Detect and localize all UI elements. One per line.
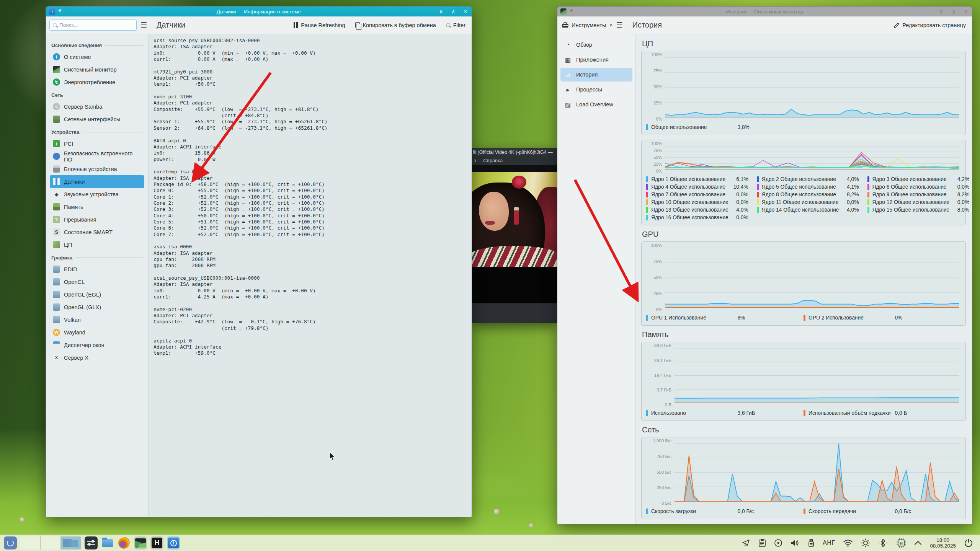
search-input[interactable] — [59, 22, 133, 28]
launcher-icon — [7, 540, 14, 546]
copy-to-clipboard-button[interactable]: Копировать в буфер обмена — [355, 22, 436, 28]
sidebar-item-audio-devices[interactable]: ◆Звуковые устройства — [50, 188, 144, 201]
menu-hamburger-icon[interactable]: ☰ — [612, 21, 626, 29]
menu-hamburger-icon[interactable]: ☰ — [137, 21, 151, 29]
sidebar-item-firmware-security[interactable]: Безопасность встроенного ПО — [50, 150, 144, 163]
virtual-desktop-pager[interactable] — [20, 536, 81, 549]
close-button[interactable]: × — [462, 9, 469, 14]
sysmon-sidebar-item-applications[interactable]: ▦Приложения — [560, 53, 632, 67]
sysmon-sidebar-item-processes[interactable]: ▸Процессы — [560, 83, 632, 96]
wallpaper-flower — [494, 509, 499, 514]
sidebar-item-block-devices[interactable]: Блочные устройства — [50, 163, 144, 175]
brightness-tray-icon[interactable] — [861, 538, 870, 548]
pager-desktop-2[interactable] — [41, 536, 61, 549]
system-settings-task[interactable] — [85, 536, 98, 549]
system-monitor-task[interactable] — [134, 536, 147, 549]
sysmon-sidebar-item-overview[interactable]: ◔Обзор — [560, 38, 632, 52]
sidebar-item-x-server[interactable]: XСервер X — [50, 351, 144, 364]
pin-icon[interactable] — [57, 9, 62, 14]
opengl-egl-icon — [53, 291, 60, 298]
edit-page-button[interactable]: Редактировать страницу — [894, 22, 972, 28]
system-monitor-window[interactable]: История — Системный монитор ∨ ∧ × Инстру… — [557, 6, 972, 524]
messenger-tray-icon[interactable] — [742, 539, 750, 547]
application-launcher-button[interactable] — [4, 536, 17, 549]
sidebar-item-label: Сервер X — [64, 355, 88, 361]
removable-device-tray-icon[interactable] — [808, 539, 815, 547]
sidebar-item-sensors[interactable]: Датчики — [50, 175, 144, 188]
sensors-text: ucsi_source_psy_USBC000:002-isa-0000 Ada… — [154, 37, 472, 357]
video-menu-help[interactable]: Справка — [483, 158, 503, 163]
sidebar-item-cpu[interactable]: ЦП — [50, 238, 144, 251]
pause-refreshing-button[interactable]: Pause Refreshing — [294, 22, 345, 28]
sidebar-item-memory[interactable]: Память — [50, 201, 144, 213]
legend-color-chip — [646, 410, 648, 416]
sidebar-item-interrupts[interactable]: ?Прерывания — [50, 213, 144, 226]
sidebar-item-about-system[interactable]: iО системе — [50, 51, 144, 63]
pin-icon[interactable] — [569, 9, 573, 14]
video-window-titlebar[interactable]: fil (Official Video 4K )-p8hK6jhJtG4 — — [472, 148, 557, 156]
keyboard-layout-indicator[interactable]: АНГ — [823, 540, 835, 546]
maximize-button[interactable]: ∧ — [450, 9, 456, 14]
sidebar-item-vulkan[interactable]: Vulkan — [50, 313, 144, 326]
sidebar-item-wayland[interactable]: WWayland — [50, 326, 144, 339]
legend-color-chip — [804, 509, 805, 514]
sidebar-item-opengl-egl[interactable]: OpenGL (EGL) — [50, 288, 144, 301]
sidebar-item-label: Энергопотребление — [64, 79, 115, 85]
video-player-window[interactable]: fil (Official Video 4K )-p8hK6jhJtG4 — а… — [472, 148, 557, 323]
legend-value: 6,1% — [728, 176, 751, 182]
video-frame-rose — [512, 176, 526, 189]
info-center-window[interactable]: i Датчики — Информация о системе ∨ ∧ × ☰… — [46, 6, 472, 517]
legend-entry: Ядро 11 Общее использование0,0% — [757, 198, 862, 206]
system-monitor-app-icon — [560, 8, 567, 15]
pager-desktop-3[interactable] — [61, 536, 81, 549]
info-center-titlebar[interactable]: i Датчики — Информация о системе ∨ ∧ × — [46, 7, 472, 16]
section-title-memory: Память — [642, 330, 966, 339]
legend-value: 10,4% — [728, 184, 751, 190]
system-monitor-titlebar[interactable]: История — Системный монитор ∨ ∧ × — [557, 7, 972, 16]
media-player-tray-icon[interactable] — [774, 539, 782, 547]
pager-desktop-1[interactable] — [20, 536, 41, 549]
sidebar-item-opencl[interactable]: OpenCL — [50, 276, 144, 288]
tray-expander-chevron-up-icon[interactable] — [914, 540, 922, 546]
video-controls-bar[interactable] — [472, 303, 557, 323]
minimize-button[interactable]: ∨ — [438, 9, 444, 14]
sidebar-item-window-manager[interactable]: Диспетчер окон — [50, 339, 144, 351]
firefox-task[interactable] — [118, 536, 131, 549]
cpu-chip-tray-icon[interactable]: H — [896, 538, 906, 548]
media-player-task[interactable]: H — [150, 536, 163, 549]
sidebar-item-samba[interactable]: <Сервер Samba — [50, 100, 144, 113]
minimize-button[interactable]: ∨ — [938, 9, 944, 14]
sidebar-item-pci[interactable]: iPCI — [50, 137, 144, 150]
video-frame[interactable] — [472, 172, 557, 267]
filter-button[interactable]: Filter — [446, 22, 466, 28]
clipboard-tray-icon[interactable] — [758, 539, 766, 547]
legend-color-chip — [804, 315, 805, 321]
sysmon-sidebar-item-load-overview[interactable]: ▨Load Overview — [560, 98, 632, 111]
volume-tray-icon[interactable] — [791, 539, 800, 547]
bluetooth-tray-icon[interactable] — [878, 539, 888, 547]
close-button[interactable]: × — [963, 9, 969, 14]
sidebar-item-smart-status[interactable]: SСостояние SMART — [50, 226, 144, 238]
sidebar-item-energy[interactable]: ↯Энергопотребление — [50, 76, 144, 88]
wifi-tray-icon[interactable] — [843, 539, 853, 547]
legend-color-chip — [646, 207, 648, 213]
sysmon-sidebar-item-history[interactable]: ⊿История — [560, 68, 632, 82]
power-button-icon[interactable] — [964, 538, 973, 548]
tools-menu-button[interactable]: Инструменты ∨ — [562, 22, 612, 28]
cpu-cores-chart: 100%75%50%25%0% — [645, 144, 961, 171]
sidebar-item-opengl-glx[interactable]: OpenGL (GLX) — [50, 301, 144, 313]
legend-label: Ядро 8 Общее использование — [762, 192, 836, 197]
sidebar-item-network-interfaces[interactable]: Сетевые интерфейсы — [50, 113, 144, 126]
legend-color-chip — [757, 184, 759, 190]
info-center-task[interactable]: i — [167, 536, 180, 549]
file-manager-task[interactable] — [101, 536, 114, 549]
digital-clock[interactable]: 18:00 08.05.2025 — [930, 537, 956, 549]
legend-label: GPU 2 Использование — [808, 315, 864, 321]
gpu-legend: GPU 1 Использование8%GPU 2 Использование… — [645, 313, 961, 323]
video-menu-partial[interactable]: а — [474, 158, 476, 163]
sidebar-item-system-monitor[interactable]: Системный монитор — [50, 63, 144, 76]
sidebar-item-edid[interactable]: EDID — [50, 263, 144, 276]
clock-time: 18:00 — [930, 537, 956, 543]
search-field[interactable] — [49, 20, 137, 31]
maximize-button[interactable]: ∧ — [951, 9, 957, 14]
